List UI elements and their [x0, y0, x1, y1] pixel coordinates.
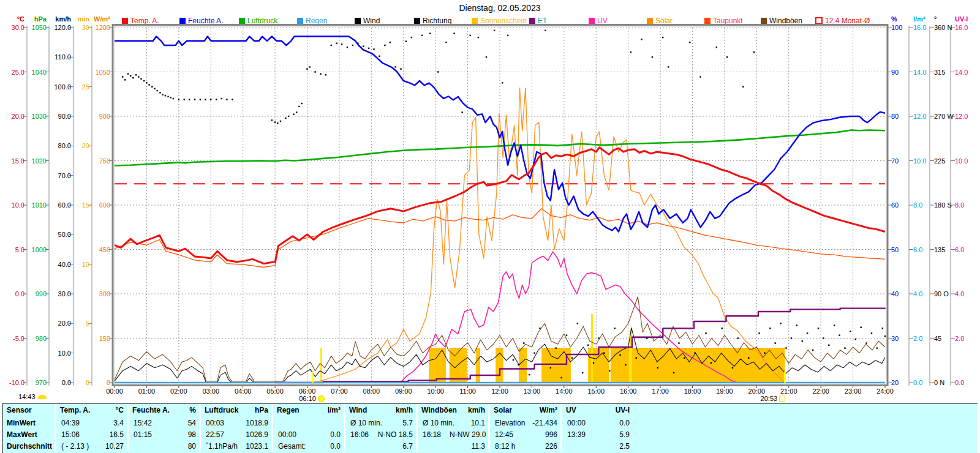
table-cell-value: 1026.9 [233, 429, 271, 440]
wind-direction-dot [871, 332, 872, 334]
series-solar [312, 88, 785, 383]
table-cell-value: 0.0 [305, 440, 344, 452]
table-cell-time [560, 440, 594, 452]
table-cell-time: ( - 2.13 ) [55, 440, 88, 452]
wind-direction-dot [159, 92, 160, 93]
wind-direction-dot [301, 103, 302, 104]
sunrise-note: 06:10 [299, 395, 325, 402]
wind-direction-dot [167, 96, 168, 97]
wind-direction-dot [533, 352, 535, 353]
axis-tick-label: 1020 [15, 157, 47, 165]
wind-direction-dot [884, 335, 886, 337]
wind-direction-dot [603, 352, 605, 353]
table-cell-time: 04:39 [55, 417, 88, 429]
wind-direction-dot [170, 97, 172, 98]
axis-tick-label: 0.0 [955, 379, 964, 386]
wind-direction-dot [823, 337, 824, 339]
table-header-sensor: Sensor [3, 404, 55, 417]
table-cell-time: ˆ1.1hPa/h [199, 440, 233, 452]
table-cell-time [271, 417, 305, 429]
wind-direction-dot [331, 45, 332, 46]
wind-direction-dot [812, 350, 813, 351]
wind-direction-dot [609, 370, 610, 371]
table-cell-time: 16:06 [344, 429, 377, 440]
axis-tick-label: 14.0 [913, 69, 926, 76]
table-cell-value: 5.7 [377, 417, 416, 429]
table-row-label: MaxWert [3, 429, 55, 440]
wind-direction-dot [732, 367, 733, 369]
wind-direction-dot [157, 90, 158, 91]
x-axis-label: 22:00 [807, 387, 834, 395]
axis-tick-label: 4.0 [913, 290, 922, 298]
wind-direction-dot [865, 342, 867, 343]
wind-direction-dot [678, 342, 679, 343]
table-header-unit: hPa [233, 404, 271, 417]
table-cell-time: 22:57 [199, 429, 233, 440]
axis-tick-label: 110.0 [39, 53, 71, 61]
wind-direction-dot [325, 74, 326, 75]
wind-direction-dot [839, 334, 840, 335]
time-note-label: 14:43 [18, 393, 36, 400]
wind-direction-dot [577, 323, 578, 324]
x-axis-label: 18:00 [679, 387, 706, 395]
sunshine-block [429, 348, 446, 383]
table-row-label: Durchschnitt [3, 440, 55, 452]
wind-direction-dot [226, 99, 227, 100]
wind-direction-dot [529, 374, 530, 375]
wind-direction-dot [478, 37, 479, 38]
x-axis-label: 05:00 [262, 387, 288, 395]
wind-direction-dot [347, 47, 348, 48]
wind-direction-dot [716, 47, 717, 48]
wind-direction-dot [657, 367, 658, 369]
wind-direction-dot [132, 77, 134, 78]
wind-direction-dot [571, 358, 573, 359]
axis-tick-label: 10.0 [39, 350, 71, 357]
wind-direction-dot [341, 43, 342, 45]
table-cell-time: 01:15 [127, 429, 160, 440]
wind-direction-dot [309, 66, 310, 67]
wind-direction-dot [705, 332, 706, 334]
axis-tick-label: 0 [78, 379, 110, 386]
weather-station-day-chart: Dienstag, 02.05.2023 Temp. A.Feuchte A.L… [0, 0, 980, 453]
wind-direction-dot [860, 327, 861, 328]
axis-tick-label: 150 [78, 335, 110, 342]
table-header-unit: l/m² [305, 404, 344, 417]
table-cell-value: 1018.9 [233, 417, 271, 429]
wind-direction-dot [210, 99, 211, 100]
table-header-name: Solar [488, 404, 522, 417]
table-header-unit: W/m² [522, 404, 560, 417]
axis-tick-label: 12.0 [913, 113, 926, 120]
wind-direction-dot [421, 35, 423, 36]
wind-direction-dot [753, 51, 755, 53]
wind-direction-dot [232, 99, 233, 100]
axis-tick-label: 980 [15, 335, 47, 342]
wind-direction-dot [539, 328, 540, 329]
sunshine-block [519, 348, 527, 383]
axis-tick-label: 40 [891, 290, 899, 298]
wind-direction-dot [216, 99, 217, 100]
table-cell-value: 0.0 [305, 429, 344, 440]
table-cell-value: 80 [160, 440, 199, 452]
wind-direction-dot [271, 119, 273, 121]
wind-direction-dot [320, 73, 321, 75]
x-axis-label: 04:00 [230, 387, 257, 395]
axis-tick-label: 1050 [78, 69, 110, 76]
table-cell-value: 3.4 [88, 417, 127, 429]
wind-direction-dot [140, 78, 141, 80]
wind-direction-dot [850, 331, 851, 332]
table-header-name: Feuchte A. [127, 404, 160, 417]
table-cell-value: 996 [522, 429, 560, 440]
table-cell-value: 2.5 [594, 440, 633, 452]
axis-tick-label: 14.0 [955, 69, 968, 76]
sunset-time-label: 20:53 [761, 395, 778, 402]
wind-direction-dot [178, 99, 179, 100]
table-cell-time: 00:03 [199, 417, 233, 429]
axis-tick-label: 50 [891, 246, 899, 253]
wind-direction-dot [802, 340, 803, 342]
wind-direction-dot [726, 56, 728, 58]
table-cell-value [305, 417, 344, 429]
axis-tick-label: 135 [934, 246, 945, 253]
axis-tick-label: 2.0 [955, 335, 964, 342]
table-cell-value: N-NW 29.0 [450, 429, 488, 440]
wind-direction-dot [818, 328, 819, 329]
